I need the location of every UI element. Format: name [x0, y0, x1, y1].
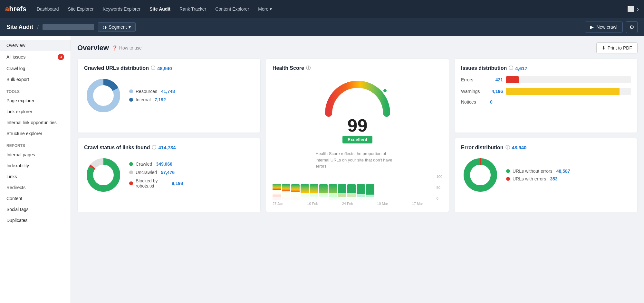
title-row: Overview ❓ How to use: [77, 44, 142, 52]
logo-text: hrefs: [9, 5, 26, 13]
nav-rank-tracker[interactable]: Rank Tracker: [176, 4, 210, 14]
sidebar-item-links[interactable]: Links: [0, 171, 71, 182]
main-content: Overview ❓ How to use ⬇ Print to PDF Cra…: [71, 36, 644, 303]
content-header: Overview ❓ How to use ⬇ Print to PDF: [77, 42, 638, 53]
settings-button[interactable]: ⚙: [626, 21, 638, 33]
sidebar-item-overview[interactable]: Overview: [0, 40, 71, 51]
health-score-info-icon[interactable]: ⓘ: [306, 65, 311, 71]
error-dist-chart-row: URLs without errors 48,587 URLs with err…: [461, 156, 631, 194]
new-crawl-button[interactable]: ▶ New crawl: [585, 22, 623, 32]
sidebar-item-social-tags[interactable]: Social tags: [0, 204, 71, 215]
tools-section-header: Tools: [0, 85, 71, 95]
health-score-badge: Excellent: [342, 136, 372, 143]
warnings-row: Warnings 4,196: [461, 88, 631, 95]
error-dist-info-icon[interactable]: ⓘ: [505, 145, 510, 151]
sidebar-item-content[interactable]: Content: [0, 193, 71, 204]
nav-content-explorer[interactable]: Content Explorer: [211, 4, 253, 14]
crawled-urls-total: 48,940: [157, 66, 172, 71]
health-score-title: Health Score ⓘ: [273, 65, 442, 71]
crawl-status-title: Crawl status of links found ⓘ 414,734: [84, 145, 254, 151]
error-dist-legend: URLs without errors 48,587 URLs with err…: [506, 169, 570, 181]
sidebar-item-all-issues[interactable]: All issues 3: [0, 51, 71, 63]
chevron-down-icon: ▾: [270, 6, 272, 12]
segment-button[interactable]: ◑ Segment ▾: [98, 22, 136, 32]
bar-x-axis: 27 Jan 10 Feb 24 Feb 10 Mar 17 Mar: [273, 202, 433, 206]
play-icon: ▶: [590, 24, 594, 30]
issues-dist-title: Issues distribution ⓘ 4,617: [461, 65, 631, 71]
nav-dashboard[interactable]: Dashboard: [33, 4, 63, 14]
issues-dist-total: 4,617: [515, 66, 527, 71]
top-navigation: ahrefs Dashboard Site Explorer Keywords …: [0, 0, 644, 18]
sidebar-item-crawl-log[interactable]: Crawl log: [0, 63, 71, 74]
sidebar-item-indexability[interactable]: Indexability: [0, 160, 71, 171]
bar-col-1: [273, 184, 281, 200]
legend-uncrawled: Uncrawled 57,476: [129, 170, 183, 175]
issues-dist-info-icon[interactable]: ⓘ: [509, 65, 513, 71]
sub-header: Site Audit / ◑ Segment ▾ ▶ New crawl ⚙: [0, 18, 644, 36]
monitor-icon[interactable]: ⬜: [627, 5, 634, 13]
legend-blocked: Blocked by robots.txt 8,198: [129, 178, 183, 188]
how-to-use-link[interactable]: ❓ How to use: [112, 45, 142, 50]
chevron-right-icon[interactable]: ›: [637, 6, 639, 13]
legend-resources: Resources 41,748: [129, 89, 175, 94]
bar-col-9: [347, 184, 356, 200]
crawl-status-donut: [84, 156, 123, 194]
logo[interactable]: ahrefs: [5, 5, 26, 13]
bar-col-6: [319, 184, 328, 200]
health-gauge-svg: [322, 76, 393, 118]
health-score-desc: Health Score reflects the proportion of …: [316, 151, 399, 170]
nav-more[interactable]: More ▾: [254, 4, 276, 14]
crawl-status-info-icon[interactable]: ⓘ: [152, 145, 156, 151]
nav-right-actions: ⬜ ›: [627, 5, 639, 13]
bar-col-10: [357, 184, 365, 200]
sub-header-actions: ▶ New crawl ⚙: [585, 21, 638, 33]
domain-name: [43, 24, 94, 30]
nav-site-audit[interactable]: Site Audit: [146, 4, 174, 14]
sidebar-item-page-explorer[interactable]: Page explorer: [0, 95, 71, 106]
legend-crawled: Crawled 349,060: [129, 161, 183, 167]
sidebar-item-bulk-export[interactable]: Bulk export: [0, 74, 71, 85]
bar-col-5: [310, 184, 318, 200]
nav-keywords-explorer[interactable]: Keywords Explorer: [99, 4, 145, 14]
health-score-value: 99: [347, 115, 367, 136]
crawl-status-total: 414,734: [158, 145, 176, 150]
sidebar-item-internal-pages[interactable]: Internal pages: [0, 149, 71, 160]
logo-a: a: [5, 5, 9, 13]
crawled-urls-info-icon[interactable]: ⓘ: [151, 65, 155, 71]
print-to-pdf-button[interactable]: ⬇ Print to PDF: [596, 42, 638, 53]
nav-site-explorer[interactable]: Site Explorer: [64, 4, 98, 14]
issues-dist-card: Issues distribution ⓘ 4,617 Errors 421 W…: [454, 59, 638, 133]
bar-col-11: [366, 184, 374, 200]
warnings-bar-wrap: [506, 88, 631, 95]
bar-col-2: [282, 184, 290, 200]
download-icon: ⬇: [602, 45, 606, 50]
sidebar-item-structure-explorer[interactable]: Structure explorer: [0, 128, 71, 139]
bar-col-4: [301, 184, 309, 200]
uncrawled-dot: [129, 170, 133, 174]
sidebar-item-link-explorer[interactable]: Link explorer: [0, 106, 71, 117]
bar-col-7: [329, 184, 337, 200]
sidebar-item-internal-link-opp[interactable]: Internal link opportunities: [0, 117, 71, 128]
svg-point-6: [467, 161, 494, 188]
legend-no-errors: URLs without errors 48,587: [506, 169, 570, 174]
error-dist-donut: [461, 156, 500, 194]
crawl-status-card: Crawl status of links found ⓘ 414,734: [77, 138, 261, 212]
bar-y-axis: 100 50 0: [437, 175, 442, 200]
errors-val: 421: [490, 77, 503, 82]
warnings-val: 4,196: [490, 89, 503, 94]
warnings-label: Warnings: [461, 89, 487, 94]
sidebar-item-redirects[interactable]: Redirects: [0, 182, 71, 193]
cards-grid: Crawled URLs distribution ⓘ 48,940 Resou…: [77, 59, 638, 212]
sidebar: Overview All issues 3 Crawl log Bulk exp…: [0, 36, 71, 303]
with-errors-dot: [506, 177, 510, 181]
crawl-status-legend: Crawled 349,060 Uncrawled 57,476 Blocked…: [129, 161, 183, 188]
health-bar-chart: [273, 175, 433, 200]
bar-col-3: [291, 184, 300, 200]
internal-dot: [129, 98, 133, 102]
main-layout: Overview All issues 3 Crawl log Bulk exp…: [0, 36, 644, 303]
sidebar-item-duplicates[interactable]: Duplicates: [0, 215, 71, 226]
crawl-status-chart-row: Crawled 349,060 Uncrawled 57,476 Blocked…: [84, 156, 254, 194]
errors-row: Errors 421: [461, 76, 631, 83]
notices-val: 0: [490, 99, 493, 105]
warnings-bar: [506, 88, 620, 95]
